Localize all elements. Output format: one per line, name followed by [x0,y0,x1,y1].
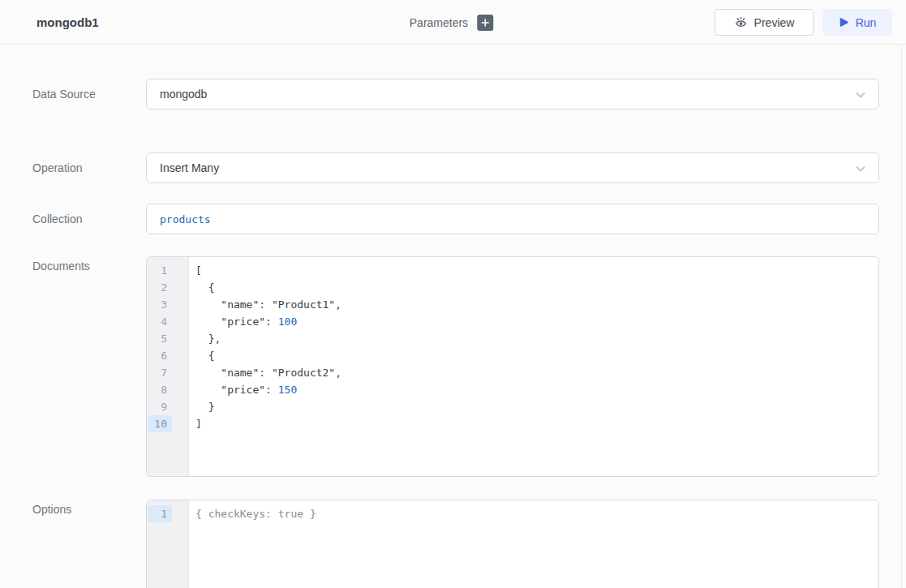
line-number: 6 [148,347,172,364]
collection-label: Collection [32,212,82,225]
parameters-section: Parameters [410,0,493,45]
line-number: 1 [148,262,172,279]
line-number: 5 [148,330,172,347]
line-number-gutter: 12345678910 [147,257,189,476]
line-number: 4 [148,313,172,330]
preview-button[interactable]: Preview [715,9,814,36]
header: mongodb1 Parameters Preview [0,0,906,45]
content-right-border [901,45,902,588]
line-number: 1 [148,505,172,522]
play-icon [839,17,849,28]
options-editor[interactable]: 1 { checkKeys: true } [146,500,879,588]
preview-button-label: Preview [754,16,795,29]
documents-editor[interactable]: 12345678910 [ { "name": "Product1", "pri… [146,256,879,477]
header-actions: Preview Run [715,9,892,36]
code-line: { [195,347,878,364]
collection-input[interactable]: products [146,204,879,234]
code-line: [ [195,262,878,279]
code-line: } [195,398,878,415]
code-area[interactable]: { checkKeys: true } [189,500,878,588]
code-line: ] [195,415,878,432]
data-source-select[interactable]: mongodb [146,79,879,109]
code-line: }, [195,330,878,347]
run-button[interactable]: Run [822,9,892,36]
line-number: 7 [148,364,172,381]
documents-label: Documents [32,260,90,273]
code-area[interactable]: [ { "name": "Product1", "price": 100 }, … [189,257,878,476]
operation-value: Insert Many [160,161,219,174]
code-line: "name": "Product2", [195,364,878,381]
query-title: mongodb1 [36,15,99,29]
line-number: 9 [148,398,172,415]
chevron-down-icon [854,88,867,101]
data-source-value: mongodb [160,88,207,101]
line-number: 2 [148,279,172,296]
line-number: 10 [148,415,172,432]
parameters-label: Parameters [410,16,468,29]
add-parameter-button[interactable] [477,15,493,31]
chevron-down-icon [854,162,867,175]
code-line: "price": 100 [195,313,878,330]
data-source-label: Data Source [32,88,96,101]
run-button-label: Run [856,16,877,29]
collection-value: products [160,213,211,225]
code-line: "price": 150 [195,381,878,398]
eye-icon [734,15,748,29]
code-line: "name": "Product1", [195,296,878,313]
operation-select[interactable]: Insert Many [146,152,879,183]
line-number-gutter: 1 [147,500,189,588]
options-label: Options [32,503,71,516]
code-line: { checkKeys: true } [195,505,878,522]
line-number: 3 [148,296,172,313]
operation-label: Operation [32,161,82,174]
code-line: { [195,279,878,296]
plus-icon [480,18,490,28]
line-number: 8 [148,381,172,398]
